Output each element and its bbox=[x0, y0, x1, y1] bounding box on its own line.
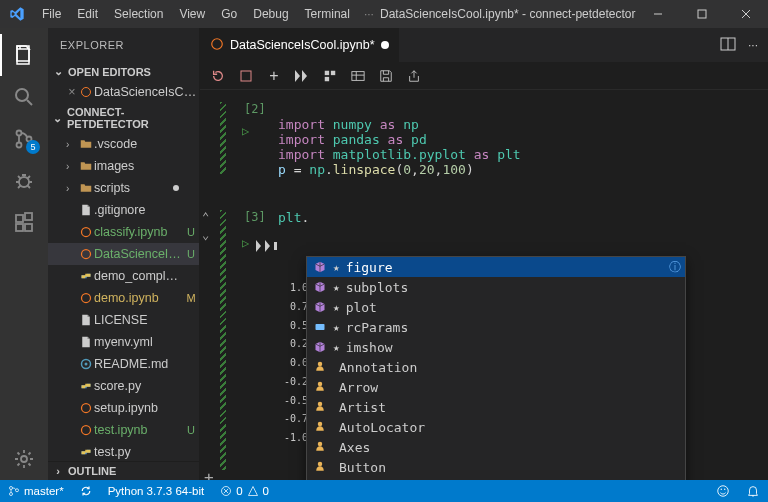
suggestion-item[interactable]: AutoLocator bbox=[307, 417, 685, 437]
svg-point-49 bbox=[16, 489, 19, 492]
git-branch-item[interactable]: master* bbox=[0, 480, 72, 502]
source-control-icon[interactable]: 5 bbox=[0, 118, 48, 160]
run-cell-icon[interactable]: ▷ bbox=[242, 124, 249, 138]
suggestion-item[interactable]: ★subplots bbox=[307, 277, 685, 297]
suggestion-item[interactable]: ★figure bbox=[307, 257, 685, 277]
explorer-icon[interactable] bbox=[0, 34, 48, 76]
file-tree-item[interactable]: classify.ipynbU bbox=[48, 221, 199, 243]
file-icon bbox=[78, 314, 94, 326]
split-editor-icon[interactable] bbox=[720, 36, 736, 55]
notebook[interactable]: [2] ▷ import numpy as np import pandas a… bbox=[200, 90, 768, 480]
file-tree-item[interactable]: score.py bbox=[48, 375, 199, 397]
file-tree-item[interactable]: ›images bbox=[48, 155, 199, 177]
suggestion-item[interactable]: Artist bbox=[307, 397, 685, 417]
menu-edit[interactable]: Edit bbox=[69, 0, 106, 28]
suggestion-item[interactable]: ★rcParams bbox=[307, 317, 685, 337]
file-tree-item[interactable]: myenv.yml bbox=[48, 331, 199, 353]
python-interpreter-item[interactable]: Python 3.7.3 64-bit bbox=[100, 480, 213, 502]
file-icon bbox=[78, 402, 94, 414]
suggestion-item[interactable]: Button bbox=[307, 457, 685, 477]
svg-point-52 bbox=[721, 489, 722, 490]
suggestion-kind-icon bbox=[313, 261, 327, 273]
star-icon: ★ bbox=[333, 341, 340, 354]
intellisense-popup[interactable]: ⓘ ★figure★subplots★plot★rcParams★imshowA… bbox=[306, 256, 686, 480]
file-icon bbox=[78, 380, 94, 392]
clear-outputs-icon[interactable] bbox=[322, 68, 338, 84]
run-all-icon[interactable] bbox=[294, 68, 310, 84]
run-by-line-icon[interactable] bbox=[256, 240, 278, 255]
outline-label: OUTLINE bbox=[68, 465, 116, 477]
suggestion-label: Artist bbox=[339, 400, 679, 415]
notifications-icon[interactable] bbox=[738, 480, 768, 502]
suggestion-label: Annotation bbox=[339, 360, 679, 375]
file-tree-item[interactable]: LICENSE bbox=[48, 309, 199, 331]
workspace-section[interactable]: ⌄ CONNECT-PETDETECTOR bbox=[48, 103, 199, 133]
svg-point-17 bbox=[82, 404, 91, 413]
file-tree-item[interactable]: README.md bbox=[48, 353, 199, 375]
open-editor-item[interactable]: × DataScienceIsCoo... bbox=[48, 81, 199, 103]
file-tree-item[interactable]: test.ipynbU bbox=[48, 419, 199, 441]
outline-section[interactable]: › OUTLINE bbox=[48, 461, 199, 480]
activity-bar: 5 bbox=[0, 28, 48, 480]
chevron-right-icon: › bbox=[66, 139, 78, 150]
info-icon[interactable]: ⓘ bbox=[669, 259, 681, 276]
file-tree-item[interactable]: DataScienceIsCo...U bbox=[48, 243, 199, 265]
file-tree-item[interactable]: test.py bbox=[48, 441, 199, 461]
variables-icon[interactable] bbox=[350, 68, 366, 84]
run-cell-icon[interactable]: ▷ bbox=[242, 236, 249, 250]
svg-point-53 bbox=[724, 489, 725, 490]
suggestion-item[interactable]: ★plot bbox=[307, 297, 685, 317]
debug-icon[interactable] bbox=[0, 160, 48, 202]
suggestion-item[interactable]: Circle bbox=[307, 477, 685, 480]
window-maximize-button[interactable] bbox=[680, 0, 724, 28]
menu-go[interactable]: Go bbox=[213, 0, 245, 28]
window-close-button[interactable] bbox=[724, 0, 768, 28]
file-label: setup.ipynb bbox=[94, 401, 183, 415]
settings-gear-icon[interactable] bbox=[0, 438, 48, 480]
svg-point-18 bbox=[82, 426, 91, 435]
svg-rect-24 bbox=[325, 76, 329, 80]
file-tree-item[interactable]: demo_completed.py bbox=[48, 265, 199, 287]
add-cell-icon[interactable]: + bbox=[266, 68, 282, 84]
export-icon[interactable] bbox=[406, 68, 422, 84]
menu-file[interactable]: File bbox=[34, 0, 69, 28]
search-icon[interactable] bbox=[0, 76, 48, 118]
file-tree-item[interactable]: ›.vscode bbox=[48, 133, 199, 155]
menu-terminal[interactable]: Terminal bbox=[297, 0, 358, 28]
file-tree-item[interactable]: .gitignore bbox=[48, 199, 199, 221]
suggestion-item[interactable]: ★imshow bbox=[307, 337, 685, 357]
close-icon[interactable]: × bbox=[66, 85, 78, 99]
file-tree-item[interactable]: ›scripts bbox=[48, 177, 199, 199]
restart-kernel-icon[interactable] bbox=[210, 68, 226, 84]
code-content[interactable]: import numpy as np import pandas as pd i… bbox=[278, 102, 754, 177]
suggestion-item[interactable]: Annotation bbox=[307, 357, 685, 377]
svg-point-14 bbox=[82, 294, 91, 303]
feedback-icon[interactable] bbox=[708, 480, 738, 502]
menu-overflow-icon[interactable]: ··· bbox=[358, 7, 380, 21]
problems-item[interactable]: 0 0 bbox=[212, 480, 277, 502]
more-actions-icon[interactable]: ··· bbox=[748, 38, 758, 52]
notebook-toolbar: + bbox=[200, 62, 768, 90]
extensions-icon[interactable] bbox=[0, 202, 48, 244]
file-tree-item[interactable]: setup.ipynb bbox=[48, 397, 199, 419]
menu-debug[interactable]: Debug bbox=[245, 0, 296, 28]
code-cell-2[interactable]: [2] ▷ import numpy as np import pandas a… bbox=[200, 102, 768, 182]
editor-tab[interactable]: DataScienceIsCool.ipynb* bbox=[200, 28, 400, 62]
file-icon bbox=[78, 358, 94, 370]
menu-selection[interactable]: Selection bbox=[106, 0, 171, 28]
open-editors-section[interactable]: ⌄ OPEN EDITORS bbox=[48, 62, 199, 81]
sync-item[interactable] bbox=[72, 480, 100, 502]
menu-view[interactable]: View bbox=[171, 0, 213, 28]
file-icon bbox=[78, 336, 94, 348]
interrupt-kernel-icon[interactable] bbox=[238, 68, 254, 84]
suggestion-item[interactable]: Axes bbox=[307, 437, 685, 457]
save-icon[interactable] bbox=[378, 68, 394, 84]
git-status-badge: U bbox=[183, 248, 199, 260]
code-content[interactable]: plt. bbox=[278, 210, 754, 225]
file-label: test.py bbox=[94, 445, 183, 459]
suggestion-label: figure bbox=[346, 260, 679, 275]
window-minimize-button[interactable] bbox=[636, 0, 680, 28]
file-tree-item[interactable]: demo.ipynbM bbox=[48, 287, 199, 309]
suggestion-item[interactable]: Arrow bbox=[307, 377, 685, 397]
suggestion-label: Circle bbox=[339, 480, 679, 481]
